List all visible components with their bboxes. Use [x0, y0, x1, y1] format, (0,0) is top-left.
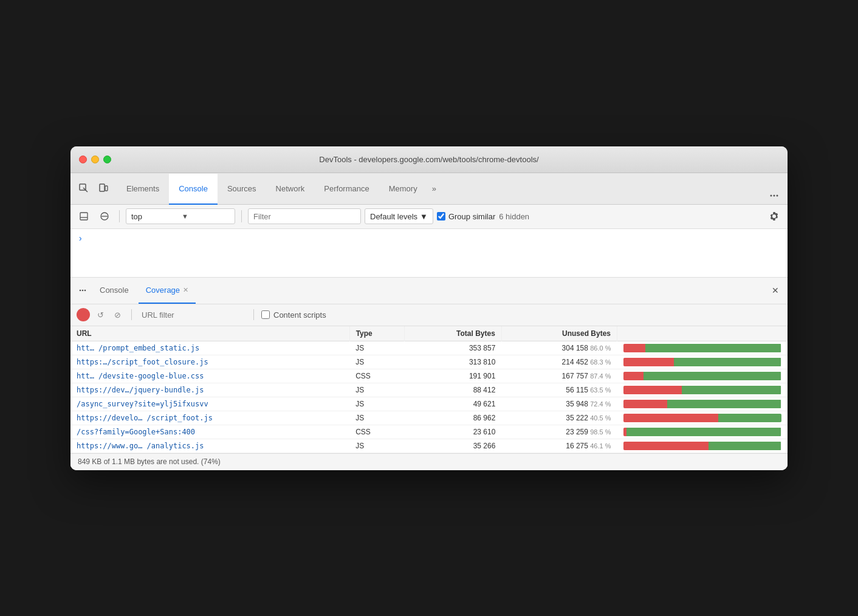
close-bottom-panel-icon[interactable]: ✕ — [768, 283, 783, 298]
cell-url: htt… /prompt_embed_static.js — [70, 341, 349, 355]
cell-type: JS — [349, 355, 405, 369]
cell-total: 49 621 — [405, 397, 502, 411]
cell-total: 88 412 — [405, 383, 502, 397]
settings-gear-icon[interactable] — [766, 208, 783, 225]
panel-tab-console[interactable]: Console — [92, 278, 136, 304]
coverage-status-bar: 849 KB of 1.1 MB bytes are not used. (74… — [70, 453, 788, 470]
table-row[interactable]: /css?family=Google+Sans:400 CSS 23 610 2… — [70, 425, 788, 439]
close-button[interactable] — [79, 156, 87, 163]
tab-network[interactable]: Network — [266, 174, 315, 205]
cell-bar — [617, 439, 788, 453]
cell-url: https://www.go… /analytics.js — [70, 439, 349, 453]
table-header-row: URL Type Total Bytes Unused Bytes — [70, 326, 788, 341]
tab-sources[interactable]: Sources — [218, 174, 266, 205]
reload-coverage-icon[interactable]: ↺ — [94, 308, 107, 321]
svg-point-5 — [777, 194, 778, 196]
devtools-window: DevTools - developers.google.com/web/too… — [70, 146, 788, 470]
coverage-table: URL Type Total Bytes Unused Bytes htt… /… — [70, 326, 788, 453]
cell-unused: 56 115 63.5 % — [501, 383, 617, 397]
default-levels-button[interactable]: Default levels ▼ — [365, 208, 433, 224]
cell-url: https://dev…/jquery-bundle.js — [70, 383, 349, 397]
table-row[interactable]: https:…/script_foot_closure.js JS 313 81… — [70, 355, 788, 369]
col-unused: Unused Bytes — [501, 326, 617, 341]
cell-type: JS — [349, 341, 405, 355]
tab-console[interactable]: Console — [169, 174, 218, 205]
minimize-button[interactable] — [91, 156, 99, 163]
tab-bar-icons — [75, 173, 117, 204]
col-url: URL — [70, 326, 349, 341]
cell-unused: 304 158 86.0 % — [501, 341, 617, 355]
cell-total: 86 962 — [405, 411, 502, 425]
table-row[interactable]: /async_survey?site=ylj5ifxusvv JS 49 621… — [70, 397, 788, 411]
content-scripts-checkbox[interactable] — [261, 310, 270, 319]
clear-coverage-icon[interactable]: ⊘ — [111, 308, 124, 321]
panel-menu-icon[interactable] — [75, 283, 90, 298]
table-row[interactable]: htt… /prompt_embed_static.js JS 353 857 … — [70, 341, 788, 355]
console-prompt-chevron[interactable]: › — [78, 234, 83, 244]
devtools-menu-button[interactable] — [766, 187, 783, 204]
cell-unused: 35 222 40.5 % — [501, 411, 617, 425]
cell-type: JS — [349, 383, 405, 397]
cell-unused: 35 948 72.4 % — [501, 397, 617, 411]
cell-type: CSS — [349, 425, 405, 439]
bottom-panel-header: Console Coverage ✕ ✕ — [70, 278, 788, 304]
svg-rect-1 — [100, 184, 105, 191]
col-total: Total Bytes — [405, 326, 502, 341]
svg-point-11 — [82, 290, 84, 292]
cell-unused: 167 757 87.4 % — [501, 369, 617, 383]
toolbar-sep-1 — [119, 210, 120, 222]
cell-url: htt… /devsite-google-blue.css — [70, 369, 349, 383]
cell-total: 35 266 — [405, 439, 502, 453]
console-filter-input[interactable] — [248, 208, 361, 224]
cov-sep-1 — [131, 309, 132, 320]
svg-point-4 — [774, 194, 775, 196]
cell-total: 353 857 — [405, 341, 502, 355]
content-scripts-label[interactable]: Content scripts — [261, 310, 326, 320]
cell-type: CSS — [349, 369, 405, 383]
cell-bar — [617, 411, 788, 425]
svg-point-3 — [770, 194, 772, 196]
cell-url: https:…/script_foot_closure.js — [70, 355, 349, 369]
col-type: Type — [349, 326, 405, 341]
tab-performance[interactable]: Performance — [314, 174, 379, 205]
cell-type: JS — [349, 411, 405, 425]
group-similar-checkbox-label[interactable]: Group similar — [437, 212, 495, 221]
table-row[interactable]: https://dev…/jquery-bundle.js JS 88 412 … — [70, 383, 788, 397]
toolbar-sep-2 — [241, 210, 242, 222]
show-drawer-icon[interactable] — [75, 208, 92, 225]
window-title: DevTools - developers.google.com/web/too… — [319, 155, 538, 164]
cell-total: 313 810 — [405, 355, 502, 369]
console-toolbar: top ▼ Default levels ▼ Group similar 6 h… — [70, 205, 788, 229]
devtools-tab-bar: Elements Console Sources Network Perform… — [70, 173, 788, 205]
panel-tab-coverage[interactable]: Coverage ✕ — [139, 278, 196, 304]
cell-type: JS — [349, 439, 405, 453]
cell-url: /css?family=Google+Sans:400 — [70, 425, 349, 439]
cell-unused: 214 452 68.3 % — [501, 355, 617, 369]
record-coverage-button[interactable] — [77, 308, 90, 321]
clear-console-icon[interactable] — [96, 208, 113, 225]
table-row[interactable]: htt… /devsite-google-blue.css CSS 191 90… — [70, 369, 788, 383]
tab-memory[interactable]: Memory — [379, 174, 427, 205]
more-tabs-button[interactable]: » — [427, 173, 441, 204]
cell-url: /async_survey?site=ylj5ifxusvv — [70, 397, 349, 411]
cell-bar — [617, 383, 788, 397]
table-row[interactable]: https://www.go… /analytics.js JS 35 266 … — [70, 439, 788, 453]
context-selector[interactable]: top ▼ — [126, 208, 235, 224]
inspect-icon[interactable] — [75, 180, 92, 197]
group-similar-checkbox[interactable] — [437, 212, 445, 221]
cell-unused: 23 259 98.5 % — [501, 425, 617, 439]
cell-bar — [617, 355, 788, 369]
maximize-button[interactable] — [103, 156, 111, 163]
device-toolbar-icon[interactable] — [95, 180, 112, 197]
svg-rect-2 — [105, 186, 108, 191]
cell-bar — [617, 369, 788, 383]
cell-bar — [617, 397, 788, 411]
bottom-panel: Console Coverage ✕ ✕ ↺ ⊘ Content scripts — [70, 278, 788, 470]
cell-type: JS — [349, 397, 405, 411]
close-coverage-tab-icon[interactable]: ✕ — [183, 286, 188, 294]
table-row[interactable]: https://develo… /script_foot.js JS 86 96… — [70, 411, 788, 425]
svg-rect-6 — [80, 213, 88, 220]
url-filter-input[interactable] — [139, 310, 246, 320]
tab-elements[interactable]: Elements — [117, 174, 169, 205]
cell-url: https://develo… /script_foot.js — [70, 411, 349, 425]
